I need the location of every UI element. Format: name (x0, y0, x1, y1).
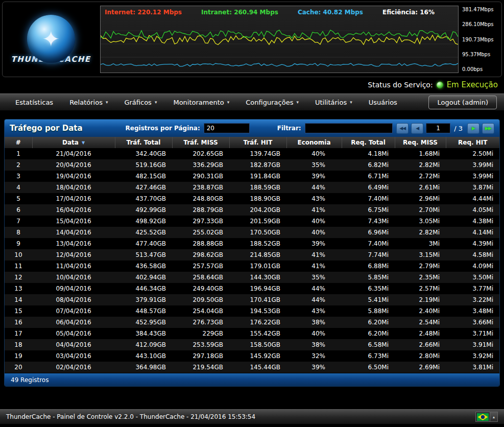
table-row[interactable]: 1111/04/2016436.58GB257.57GB179.01GB41%6… (5, 260, 499, 272)
table-cell: 4.38Mi (446, 216, 499, 227)
table-cell: 170.41GB (229, 294, 286, 305)
last-page-button[interactable]: ▶▶ (482, 123, 494, 134)
table-row[interactable]: 1903/04/2016443.10GB297.18GB145.92GB32%6… (5, 350, 499, 362)
table-cell: 2.69Mi (395, 362, 446, 373)
table-row[interactable]: 418/04/2016427.46GB238.87GB188.59GB44%6.… (5, 182, 499, 193)
table-row[interactable]: 814/04/2016425.52GB255.02GB170.50GB40%6.… (5, 227, 499, 238)
table-cell: 1.68Mi (395, 148, 446, 159)
table-cell: 427.46GB (115, 182, 172, 193)
table-cell: 11 (5, 260, 32, 272)
table-cell: 3.99Mi (446, 159, 499, 171)
table-cell: 191.84GB (229, 171, 286, 182)
table-row[interactable]: 2002/04/2016364.98GB219.54GB145.44GB39%6… (5, 362, 499, 373)
nav-item-configuracoes[interactable]: Configurações▾ (237, 94, 307, 110)
table-row[interactable]: 1804/04/2016412.09GB253.59GB158.50GB38%6… (5, 339, 499, 350)
column-header-economia[interactable]: Economia (286, 137, 342, 148)
table-cell: 3.66Mi (446, 317, 499, 328)
nav-item-monitoramento[interactable]: Monitoramento▾ (165, 94, 237, 110)
table-cell: 248.80GB (172, 193, 229, 204)
table-cell: 179.01GB (229, 260, 286, 272)
column-header-traf-hit[interactable]: Tráf. HIT (229, 137, 286, 148)
next-page-button[interactable]: ▶ (467, 123, 479, 134)
table-cell: 194.53GB (229, 305, 286, 317)
table-cell: 44% (286, 294, 342, 305)
records-per-page-group: Registros por Página: (126, 123, 250, 133)
nav-item-utilitarios[interactable]: Utilitários▾ (307, 94, 361, 110)
table-cell: 7 (5, 216, 32, 227)
nav-item-label: Estatísticas (15, 99, 53, 106)
logout-button[interactable]: Logout (admin) (428, 96, 497, 109)
table-row[interactable]: 1606/04/2016452.95GB276.73GB176.22GB38%6… (5, 317, 499, 328)
first-page-button[interactable]: ◀◀ (396, 123, 409, 134)
table-row[interactable]: 616/04/2016492.99GB288.79GB204.20GB41%6.… (5, 204, 499, 216)
table-cell: 02/04/2016 (32, 362, 115, 373)
column-header-req-total[interactable]: Req. Total (342, 137, 395, 148)
records-per-page-input[interactable] (204, 123, 250, 133)
table-row[interactable]: 913/04/2016477.40GB288.88GB188.52GB39%7.… (5, 238, 499, 249)
graph-area: Internet: 220.12 MbpsIntranet: 260.94 Mb… (99, 2, 501, 77)
table-row[interactable]: 1210/04/2016402.94GB258.64GB144.30GB35%5… (5, 272, 499, 283)
table-cell: 6.58Mi (342, 339, 395, 350)
table-row[interactable]: 517/04/2016437.70GB248.80GB188.90GB43%7.… (5, 193, 499, 204)
table-cell: 13/04/2016 (32, 238, 115, 249)
table-row[interactable]: 1705/04/2016384.43GB229GB155.42GB40%6.20… (5, 328, 499, 339)
language-selector[interactable]: ▴ (475, 412, 498, 422)
nav-item-relatorios[interactable]: Relatórios▾ (61, 94, 116, 110)
column-header-req-hit[interactable]: Req. HIT (446, 137, 499, 148)
table-cell: 3.05Mi (395, 216, 446, 227)
column-header-index[interactable]: # (5, 137, 32, 148)
table-row[interactable]: 1309/04/2016446.34GB249.40GB196.94GB44%6… (5, 283, 499, 294)
table-cell: 32% (286, 350, 342, 362)
table-row[interactable]: 319/04/2016482.15GB290.31GB191.84GB39%6.… (5, 171, 499, 182)
table-cell: 16 (5, 317, 32, 328)
filter-group: Filtrar: (277, 123, 393, 133)
nav-item-usuarios[interactable]: Usuários (361, 94, 405, 110)
pagination: ◀◀ ◀ / 3 ▶ ▶▶ (396, 123, 494, 134)
column-header-traf-total[interactable]: Tráf. Total (115, 137, 172, 148)
table-cell: 425.52GB (115, 227, 172, 238)
table-cell: 2.96Mi (395, 193, 446, 204)
nav-item-label: Usuários (369, 99, 397, 106)
table-cell: 297.33GB (172, 216, 229, 227)
table-row[interactable]: 1012/04/2016513.47GB298.62GB214.85GB41%7… (5, 249, 499, 260)
table-row[interactable]: 1507/04/2016448.57GB254.04GB194.53GB43%5… (5, 305, 499, 317)
table-cell: 19 (5, 350, 32, 362)
legend-cache: Cache: 40.82 Mbps (298, 9, 363, 16)
table-cell: 3.91Mi (446, 339, 499, 350)
panel-header: Tráfego por Data Registros por Página: F… (5, 120, 499, 137)
column-header-req-miss[interactable]: Req. MISS (395, 137, 446, 148)
column-header-data[interactable]: Data▼ (32, 137, 115, 148)
table-row[interactable]: 1408/04/2016379.91GB209.50GB170.41GB44%5… (5, 294, 499, 305)
nav-items: EstatísticasRelatórios▾Gráficos▾Monitora… (7, 94, 405, 110)
table-cell: 3.87Mi (446, 182, 499, 193)
total-pages: 3 (459, 125, 463, 132)
table-cell: 6.35Mi (342, 283, 395, 294)
logo-sphere-icon: ✦ (27, 15, 75, 63)
table-cell: 6 (5, 204, 32, 216)
table-cell: 17/04/2016 (32, 193, 115, 204)
column-header-traf-miss[interactable]: Tráf. MISS (172, 137, 229, 148)
table-cell: 4.14Mi (446, 227, 499, 238)
prev-page-button[interactable]: ◀ (411, 123, 423, 134)
records-summary-bar: 49 Registros (5, 373, 499, 386)
first-page-icon: ◀◀ (399, 126, 405, 131)
table-cell: 6.50Mi (342, 362, 395, 373)
table-cell: 188.52GB (229, 238, 286, 249)
table-cell: 229GB (172, 328, 229, 339)
table-cell: 253.59GB (172, 339, 229, 350)
table-row[interactable]: 121/04/2016342.40GB202.65GB139.74GB40%4.… (5, 148, 499, 159)
nav-item-estatisticas[interactable]: Estatísticas (7, 94, 61, 110)
table-cell: 39% (286, 362, 342, 373)
table-row[interactable]: 715/04/2016498.92GB297.33GB201.59GB40%7.… (5, 216, 499, 227)
filter-label: Filtrar: (277, 125, 301, 132)
nav-item-graficos[interactable]: Gráficos▾ (116, 94, 165, 110)
table-cell: 2.79Mi (395, 260, 446, 272)
table-cell: 3.15Mi (395, 249, 446, 260)
filter-input[interactable] (305, 123, 393, 133)
table-cell: 41% (286, 249, 342, 260)
table-row[interactable]: 220/04/2016519.16GB336.29GB182.87GB35%6.… (5, 159, 499, 171)
table-cell: 5 (5, 193, 32, 204)
table-cell: 15/04/2016 (32, 216, 115, 227)
page-number-input[interactable] (426, 123, 450, 133)
column-header-label: Tráf. Total (127, 139, 161, 146)
